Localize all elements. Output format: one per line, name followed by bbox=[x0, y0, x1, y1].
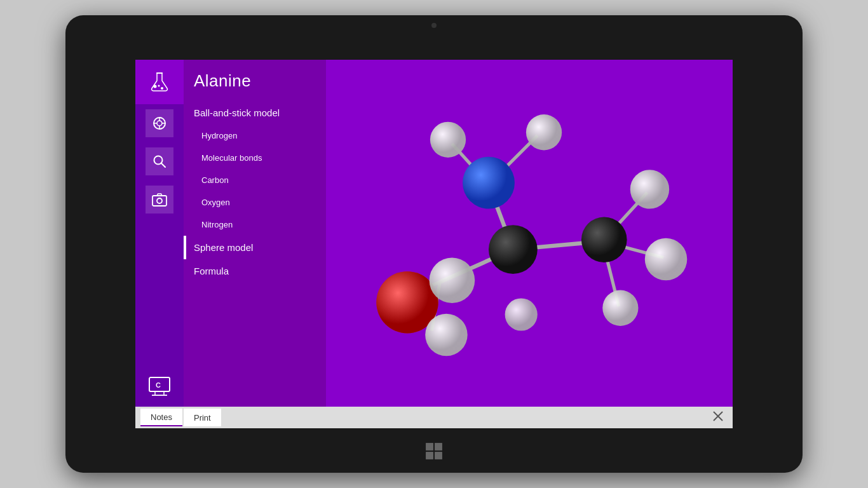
flask-icon bbox=[148, 71, 171, 93]
nav-item-sphere-model[interactable]: Sphere model bbox=[184, 236, 326, 259]
sidebar-bottom: C bbox=[147, 376, 172, 399]
app-logo bbox=[135, 60, 184, 104]
svg-point-37 bbox=[581, 217, 627, 262]
svg-rect-12 bbox=[153, 196, 166, 206]
svg-point-38 bbox=[630, 170, 669, 208]
nav-item-molecular-bonds[interactable]: Molecular bonds bbox=[184, 147, 326, 169]
nav-item-formula[interactable]: Formula bbox=[184, 259, 326, 283]
svg-point-2 bbox=[161, 87, 163, 90]
svg-point-34 bbox=[463, 157, 515, 209]
svg-rect-46 bbox=[426, 452, 433, 459]
svg-rect-45 bbox=[435, 443, 442, 451]
bottom-bar: Notes Print bbox=[135, 407, 733, 428]
nav-item-carbon[interactable]: Carbon bbox=[184, 169, 326, 191]
svg-point-40 bbox=[602, 290, 638, 326]
svg-point-36 bbox=[430, 122, 466, 158]
sidebar: C bbox=[135, 60, 184, 407]
page-title: Alanine bbox=[184, 60, 326, 101]
nav-list: Ball-and-stick model Hydrogen Molecular … bbox=[184, 101, 326, 283]
rotate-button[interactable] bbox=[146, 109, 173, 137]
nav-item-oxygen[interactable]: Oxygen bbox=[184, 191, 326, 214]
molecule-visualization bbox=[326, 60, 733, 407]
nav-item-ball-stick[interactable]: Ball-and-stick model bbox=[184, 101, 326, 125]
windows-button[interactable] bbox=[425, 442, 443, 463]
nav-item-nitrogen[interactable]: Nitrogen bbox=[184, 214, 326, 236]
print-tab[interactable]: Print bbox=[184, 409, 221, 426]
svg-rect-44 bbox=[426, 443, 433, 451]
main-content bbox=[326, 60, 733, 407]
svg-point-1 bbox=[154, 85, 157, 88]
svg-point-3 bbox=[158, 85, 160, 87]
search-button[interactable] bbox=[146, 147, 173, 175]
svg-rect-47 bbox=[435, 452, 442, 459]
nav-panel: Alanine Ball-and-stick model Hydrogen Mo… bbox=[184, 60, 326, 407]
tablet-device: C Alanine Ball-and-stick model Hydrogen … bbox=[65, 15, 803, 473]
svg-point-39 bbox=[645, 238, 688, 281]
svg-point-33 bbox=[489, 225, 538, 274]
screen: C Alanine Ball-and-stick model Hydrogen … bbox=[135, 60, 733, 428]
svg-point-32 bbox=[430, 257, 475, 303]
camera-dot bbox=[431, 23, 437, 28]
close-icon bbox=[712, 410, 724, 422]
close-button[interactable] bbox=[709, 408, 728, 427]
svg-line-11 bbox=[161, 163, 166, 168]
svg-point-31 bbox=[425, 314, 468, 356]
svg-text:C: C bbox=[156, 381, 161, 389]
svg-point-35 bbox=[526, 114, 562, 150]
svg-point-5 bbox=[157, 121, 162, 126]
svg-rect-0 bbox=[156, 72, 163, 74]
notes-tab[interactable]: Notes bbox=[140, 409, 182, 426]
computer-icon: C bbox=[147, 376, 172, 399]
svg-point-41 bbox=[505, 298, 538, 330]
svg-point-13 bbox=[157, 198, 162, 203]
camera-button[interactable] bbox=[146, 186, 173, 214]
nav-item-hydrogen[interactable]: Hydrogen bbox=[184, 125, 326, 147]
windows-icon bbox=[425, 442, 443, 460]
